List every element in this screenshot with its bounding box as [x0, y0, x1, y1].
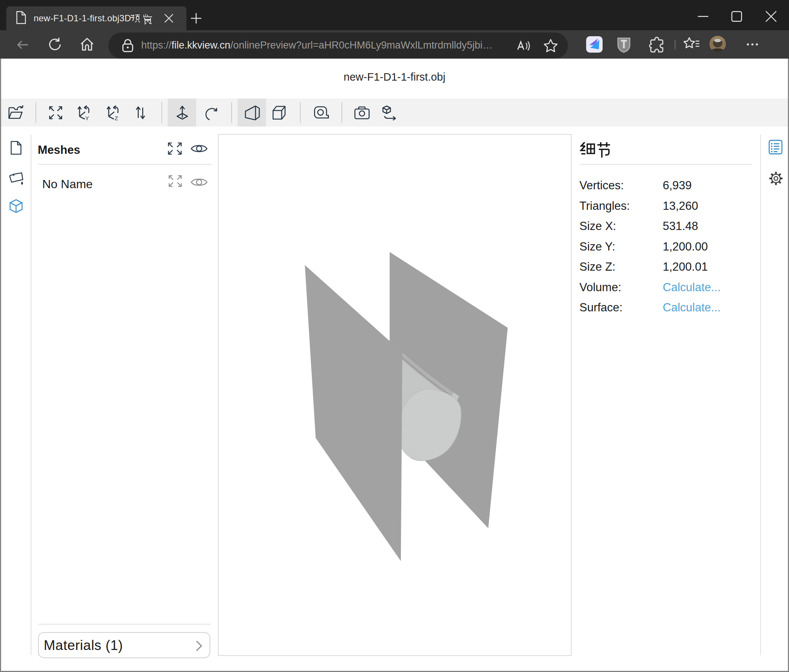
svg-text:Z: Z	[115, 115, 118, 121]
svg-text:Y: Y	[85, 115, 89, 121]
